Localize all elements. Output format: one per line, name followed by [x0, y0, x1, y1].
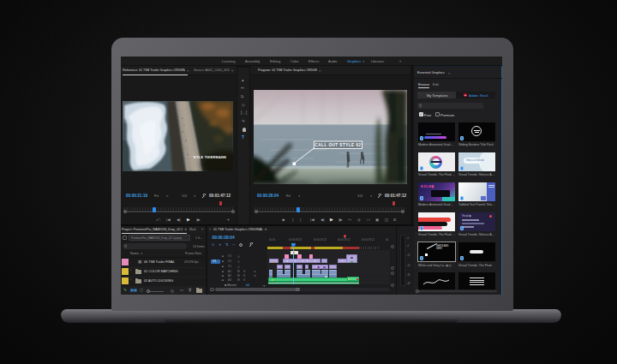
svg-text:KYLE THIERMANN: KYLE THIERMANN	[194, 156, 226, 159]
svg-text:CALL OUT STYLE 02: CALL OUT STYLE 02	[314, 143, 361, 147]
